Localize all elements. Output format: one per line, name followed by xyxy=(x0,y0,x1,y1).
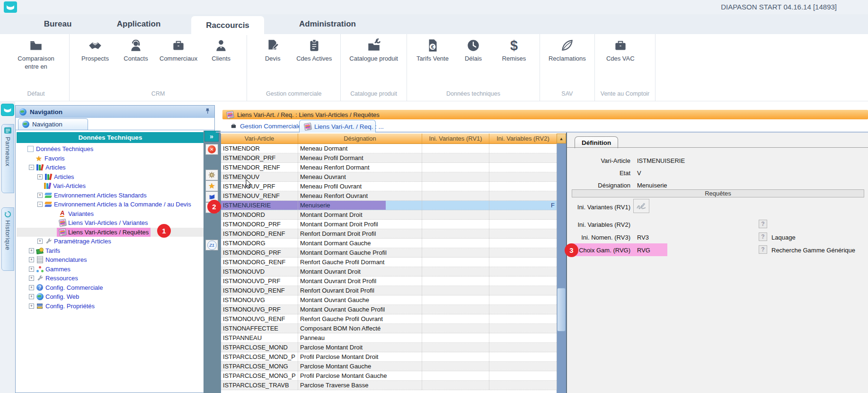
table-row-istpanneau[interactable]: ISTPANNEAUPanneau xyxy=(221,333,566,343)
tree-item-nomenclatures[interactable]: +Nomenclatures xyxy=(17,255,204,265)
expand-box-icon[interactable]: + xyxy=(29,294,34,299)
table-row-istmondord[interactable]: ISTMONDORDMontant Dormant Droit xyxy=(221,210,566,220)
help-icon[interactable]: ? xyxy=(759,220,767,228)
table-row-istmondord_prf[interactable]: ISTMONDORD_PRFMontant Dormant Droit Prof… xyxy=(221,220,566,229)
ribbon-tab-administration[interactable]: Administration xyxy=(287,14,368,34)
table-row-istmonouvd_prf[interactable]: ISTMONOUVD_PRFMontant Ouvrant Droit Prof… xyxy=(221,277,566,286)
expand-box-icon[interactable]: + xyxy=(37,174,43,179)
ribbon-button-contacts[interactable]: Contacts xyxy=(116,38,156,63)
ribbon-button-catalogue-produit[interactable]: Catalogue produit xyxy=(346,38,401,63)
table-row-istmonouvg_prf[interactable]: ISTMONOUVG_PRFMontant Ouvrant Gauche Pro… xyxy=(221,305,566,314)
tab-navigation[interactable]: Navigation xyxy=(18,118,88,130)
tree-item-gammes[interactable]: +Gammes xyxy=(17,265,204,274)
ribbon-button-prospects[interactable]: Prospects xyxy=(75,38,115,63)
help-icon[interactable]: ? xyxy=(759,245,767,254)
tree-item-config-commerciale[interactable]: +?Config. Commerciale xyxy=(17,283,204,293)
ribbon-tab-bureau[interactable]: Bureau xyxy=(22,14,93,34)
tree-item-param-trage-articles[interactable]: +Paramétrage Articles xyxy=(17,237,204,246)
table-row-istmonouvd[interactable]: ISTMONOUVDMontant Ouvrant Droit xyxy=(221,267,566,277)
app-logo-icon[interactable] xyxy=(4,1,17,13)
expand-box-icon[interactable]: + xyxy=(29,285,34,290)
ribbon-button-label: Contacts xyxy=(124,55,148,63)
table-row-istmondorg[interactable]: ISTMONDORGMontant Dormant Gauche xyxy=(221,239,566,248)
table-row-istmondorg_renf[interactable]: ISTMONDORG_RENFRenfort Gauche Profil Dor… xyxy=(221,258,566,267)
ribbon-tab-application[interactable]: Application xyxy=(103,14,174,34)
table-row-istmendor_prf[interactable]: ISTMENDOR_PRFMeneau Profil Dormant xyxy=(221,153,566,163)
tree-item-liens-vari-articles-variantes[interactable]: Liens Vari-Articles / Variantes xyxy=(17,218,204,228)
table-row-istmonouvd_renf[interactable]: ISTMONOUVD_RENFRenfort Ouvrant Droit Pro… xyxy=(221,286,566,295)
tree-item-favoris[interactable]: ★Favoris xyxy=(17,154,204,163)
ribbon-button-clients[interactable]: Clients xyxy=(201,38,241,63)
tab-definition[interactable]: Définition xyxy=(575,136,618,148)
table-row-istmenouv_prf[interactable]: ISTMENOUV_PRFMeneau Profil Ouvrant xyxy=(221,182,566,191)
collapse-box-icon[interactable]: − xyxy=(37,202,43,207)
rail-tab-historique[interactable]: Historique xyxy=(1,207,14,271)
expand-box-icon[interactable]: + xyxy=(29,257,34,262)
collapse-box-icon[interactable]: − xyxy=(29,165,34,170)
table-row-istparclose_mond_p[interactable]: ISTPARCLOSE_MOND_PProfil Parclose Montan… xyxy=(221,352,566,362)
ribbon-tab-raccourcis[interactable]: Raccourcis xyxy=(191,16,264,35)
tree-item-articles[interactable]: +Articles xyxy=(17,172,204,182)
zoom-z1-button[interactable]: Z1 xyxy=(205,240,218,250)
ribbon-button-d-lais[interactable]: Délais xyxy=(453,38,493,63)
rail-logo-icon[interactable] xyxy=(1,104,14,116)
ribbon-button-cdes-actives[interactable]: Cdes Actives xyxy=(293,38,335,63)
table-row-istparclose_mong[interactable]: ISTPARCLOSE_MONGParclose Montant Gauche xyxy=(221,362,566,371)
table-row-istmondord_renf[interactable]: ISTMONDORD_RENFRenfort Dormant Droit Pro… xyxy=(221,229,566,239)
tree-item-liens-vari-articles-requ-tes[interactable]: Liens Vari-Articles / Requêtes xyxy=(17,228,204,237)
scrollbar-track[interactable] xyxy=(557,143,566,393)
tree-item-donn-es-techniques[interactable]: Données Techniques xyxy=(17,144,204,154)
vertical-scrollbar[interactable]: ▲ xyxy=(557,134,566,393)
tree-item-vari-articles[interactable]: Vari-Articles xyxy=(17,181,204,191)
document-tab-2[interactable]: Liens Vari-Art. / Req. : ... xyxy=(299,120,376,133)
expand-box-icon[interactable]: + xyxy=(29,276,34,281)
ribbon-button-reclamations[interactable]: Reclamations xyxy=(546,38,589,63)
column-header-2[interactable]: Désignation xyxy=(298,134,422,143)
tree-item-articles[interactable]: −Articles xyxy=(17,163,204,172)
table-row-istmendor_renf[interactable]: ISTMENDOR_RENFMeneau Renfort Dormant xyxy=(221,163,566,172)
tree-item-ressources[interactable]: +Ressources xyxy=(17,274,204,283)
table-row-istnonaffectee[interactable]: ISTNONAFFECTEEComposant BOM Non Affecté xyxy=(221,324,566,333)
ribbon-button-tarifs-vente[interactable]: €Tarifs Vente xyxy=(413,38,452,63)
expand-box-icon[interactable]: + xyxy=(37,239,43,244)
table-row-istmenouv_renf[interactable]: ISTMENOUV_RENFMeneau Renfort Ouvrant xyxy=(221,191,566,201)
column-header-3[interactable]: Ini. Variantes (RV1) xyxy=(422,134,489,143)
table-row-istmondorg_prf[interactable]: ISTMONDORG_PRFMontant Dormant Gauche Pro… xyxy=(221,248,566,258)
expand-box-icon[interactable]: + xyxy=(37,193,43,198)
tree-item-config-web[interactable]: +Config. Web xyxy=(17,292,204,302)
column-header-4[interactable]: Ini. Variables (RV2) xyxy=(489,134,557,143)
help-icon[interactable]: ? xyxy=(759,232,767,241)
close-button[interactable]: ✕ xyxy=(205,144,218,155)
tree-item-environnement-articles-standards[interactable]: +Environnement Articles Standards xyxy=(17,191,204,200)
ribbon-button-devis[interactable]: Devis xyxy=(253,38,292,63)
expand-box-icon[interactable]: + xyxy=(29,267,34,272)
edit-query-button[interactable] xyxy=(633,199,649,213)
rail-tab-panneaux[interactable]: Panneaux xyxy=(1,124,14,193)
pin-icon[interactable] xyxy=(205,108,211,116)
table-row-istmonouvg_renf[interactable]: ISTMONOUVG_RENFRenfort Gauche Profil Ouv… xyxy=(221,314,566,324)
table-row-istparclose_mond[interactable]: ISTPARCLOSE_MONDParclose Montant Droit xyxy=(221,343,566,352)
document-tab-1[interactable]: Gestion Commerciale ... xyxy=(225,120,297,132)
expand-box-icon[interactable]: + xyxy=(29,304,34,309)
expand-box-icon[interactable]: + xyxy=(29,248,34,253)
ribbon-button-label: Clients xyxy=(212,55,230,63)
ribbon-button-cdes-vac[interactable]: Cdes VAC xyxy=(601,38,640,63)
column-header-1[interactable]: Vari-Article xyxy=(221,134,298,143)
scroll-up-icon[interactable]: ▲ xyxy=(557,134,566,143)
tree-item-config-propri-t-s[interactable]: +Config. Propriétés xyxy=(17,302,204,311)
table-row-istmenouv[interactable]: ISTMENOUVMeneau Ouvrant xyxy=(221,172,566,182)
gear-button[interactable] xyxy=(205,170,218,180)
tree-item-variantes[interactable]: AVariantes xyxy=(17,209,204,219)
table-row-istmendor[interactable]: ISTMENDORMeneau Dormant xyxy=(221,144,566,153)
ribbon-button-commerciaux[interactable]: Commerciaux xyxy=(157,38,200,63)
tree-item-tarifs[interactable]: +Tarifs xyxy=(17,246,204,256)
table-row-istmonouvg[interactable]: ISTMONOUVGMontant Ouvrant Gauche xyxy=(221,295,566,305)
table-row-istparclose_mong_p[interactable]: ISTPARCLOSE_MONG_PProfil Parclose Montan… xyxy=(221,371,566,381)
table-row-istparclose_travb[interactable]: ISTPARCLOSE_TRAVBParclose Traverse Basse xyxy=(221,381,566,390)
table-row-istmenuiserie[interactable]: ISTMENUISERIEMenuiserieF xyxy=(221,201,566,210)
ribbon-button-comparaison-entre-en[interactable]: Comparaison entre en xyxy=(9,38,63,71)
ribbon-button-remises[interactable]: $Remises xyxy=(494,38,534,63)
tree-item-environnement-articles-la-commande-au-devis[interactable]: −Environnement Articles à la Commande / … xyxy=(17,200,204,209)
favorite-button[interactable]: ★ xyxy=(205,180,218,191)
scrollbar-thumb[interactable] xyxy=(557,288,566,331)
